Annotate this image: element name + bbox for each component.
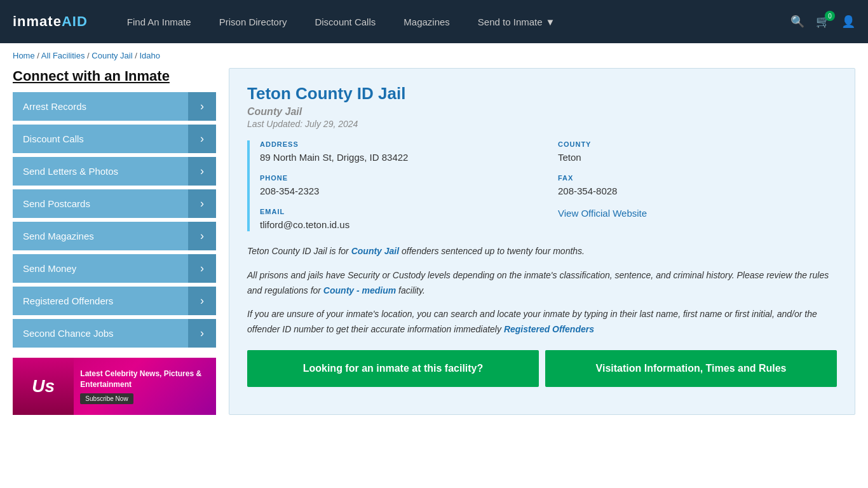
arrow-icon: › <box>188 254 216 283</box>
fax-value: 208-354-8028 <box>558 184 837 198</box>
breadcrumb-county-jail[interactable]: County Jail <box>92 51 132 60</box>
desc-block-3: If you are unsure of your inmate's locat… <box>247 307 837 337</box>
sidebar-registered-offenders[interactable]: Registered Offenders › <box>13 287 216 315</box>
address-value: 89 North Main St, Driggs, ID 83422 <box>260 151 539 164</box>
sidebar-second-chance-jobs[interactable]: Second Chance Jobs › <box>13 319 216 348</box>
arrow-icon: › <box>188 319 216 348</box>
website-block: View Official Website <box>558 208 837 231</box>
cart-icon[interactable]: 🛒 0 <box>816 15 830 29</box>
sidebar-ad: Us Latest Celebrity News, Pictures & Ent… <box>13 358 216 415</box>
arrow-icon: › <box>188 125 216 153</box>
breadcrumb-state[interactable]: Idaho <box>139 51 160 60</box>
sidebar: Connect with an Inmate Arrest Records › … <box>13 68 216 415</box>
facility-updated: Last Updated: July 29, 2024 <box>247 119 837 129</box>
registered-offenders-link[interactable]: Registered Offenders <box>504 324 594 334</box>
nav-find-inmate[interactable]: Find An Inmate <box>113 0 205 43</box>
address-block: ADDRESS 89 North Main St, Driggs, ID 834… <box>260 140 539 164</box>
logo-text: inmateAID <box>13 13 88 30</box>
ad-text: Latest Celebrity News, Pictures & Entert… <box>74 363 216 409</box>
address-label: ADDRESS <box>260 140 539 148</box>
fax-label: FAX <box>558 174 837 182</box>
phone-block: PHONE 208-354-2323 <box>260 174 539 198</box>
main-container: Connect with an Inmate Arrest Records › … <box>0 68 868 434</box>
email-label: EMAIL <box>260 208 539 215</box>
sidebar-send-magazines[interactable]: Send Magazines › <box>13 222 216 250</box>
email-block: EMAIL tliford@co.teton.id.us <box>260 208 539 231</box>
county-block: COUNTY Teton <box>558 140 837 164</box>
breadcrumb-home[interactable]: Home <box>13 51 35 60</box>
county-value: Teton <box>558 151 837 164</box>
website-link[interactable]: View Official Website <box>558 208 647 219</box>
nav-links: Find An Inmate Prison Directory Discount… <box>113 0 790 43</box>
dropdown-arrow-icon: ▼ <box>546 17 555 27</box>
logo-aid: AID <box>62 13 88 29</box>
ad-subscribe-button[interactable]: Subscribe Now <box>80 393 133 404</box>
logo-inmate: inmate <box>13 13 62 29</box>
phone-value: 208-354-2323 <box>260 184 539 198</box>
county-label: COUNTY <box>558 140 837 148</box>
sidebar-send-money[interactable]: Send Money › <box>13 254 216 283</box>
facility-type: County Jail <box>247 106 837 118</box>
facility-content: Teton County ID Jail County Jail Last Up… <box>229 68 855 415</box>
ad-image: Us <box>13 358 74 415</box>
facility-title: Teton County ID Jail <box>247 84 837 104</box>
desc-block-2: All prisons and jails have Security or C… <box>247 268 837 299</box>
sidebar-send-letters[interactable]: Send Letters & Photos › <box>13 157 216 186</box>
fax-block: FAX 208-354-8028 <box>558 174 837 198</box>
sidebar-title: Connect with an Inmate <box>13 68 216 85</box>
bottom-buttons: Looking for an inmate at this facility? … <box>247 350 837 387</box>
sidebar-arrest-records[interactable]: Arrest Records › <box>13 92 216 121</box>
user-icon[interactable]: 👤 <box>841 15 855 29</box>
phone-label: PHONE <box>260 174 539 182</box>
nav-send-to-inmate[interactable]: Send to Inmate ▼ <box>464 0 569 43</box>
email-value: tliford@co.teton.id.us <box>260 218 539 231</box>
ad-title: Latest Celebrity News, Pictures & Entert… <box>80 369 210 390</box>
arrow-icon: › <box>188 287 216 315</box>
visitation-button[interactable]: Visitation Information, Times and Rules <box>545 350 837 387</box>
find-inmate-button[interactable]: Looking for an inmate at this facility? <box>247 350 539 387</box>
county-jail-link[interactable]: County Jail <box>351 246 399 256</box>
arrow-icon: › <box>188 189 216 218</box>
nav-magazines[interactable]: Magazines <box>390 0 464 43</box>
county-medium-link[interactable]: County - medium <box>323 285 396 295</box>
desc-block-1: Teton County ID Jail is for County Jail … <box>247 244 837 259</box>
nav-discount-calls[interactable]: Discount Calls <box>301 0 390 43</box>
navbar: inmateAID Find An Inmate Prison Director… <box>0 0 868 43</box>
breadcrumb-all-facilities[interactable]: All Facilities <box>41 51 85 60</box>
breadcrumb: Home / All Facilities / County Jail / Id… <box>0 43 868 68</box>
sidebar-discount-calls[interactable]: Discount Calls › <box>13 125 216 153</box>
search-icon[interactable]: 🔍 <box>790 15 804 29</box>
arrow-icon: › <box>188 157 216 186</box>
arrow-icon: › <box>188 222 216 250</box>
facility-info-box: ADDRESS 89 North Main St, Driggs, ID 834… <box>247 140 837 231</box>
nav-icon-group: 🔍 🛒 0 👤 <box>790 15 855 29</box>
nav-prison-directory[interactable]: Prison Directory <box>205 0 301 43</box>
arrow-icon: › <box>188 92 216 121</box>
ad-brand: Us <box>32 376 55 396</box>
sidebar-send-postcards[interactable]: Send Postcards › <box>13 189 216 218</box>
logo[interactable]: inmateAID <box>13 13 88 30</box>
send-to-inmate-label: Send to Inmate <box>478 17 543 27</box>
cart-badge: 0 <box>825 11 835 21</box>
